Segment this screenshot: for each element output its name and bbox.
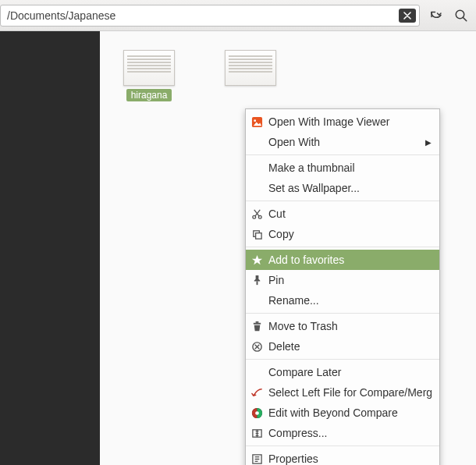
menu-label: Properties (268, 453, 432, 465)
menu-set-wallpaper[interactable]: Set as Wallpaper... (246, 178, 439, 198)
svg-point-13 (255, 411, 259, 415)
menu-cut[interactable]: Cut (246, 204, 439, 224)
file-thumbnail (123, 50, 175, 86)
file-label: hiragana (126, 89, 172, 101)
svg-rect-9 (253, 322, 260, 324)
select-left-icon (250, 386, 263, 399)
menu-label: Delete (268, 340, 432, 353)
menu-separator (246, 359, 439, 360)
trash-icon (250, 320, 263, 332)
menu-separator (246, 445, 439, 446)
file-item[interactable] (217, 50, 284, 100)
menu-open-with[interactable]: Open With ▶ (246, 132, 439, 152)
svg-rect-10 (255, 321, 258, 322)
menu-label: Move to Trash (268, 320, 432, 332)
menu-add-favorites[interactable]: Add to favorites (246, 250, 439, 270)
file-label (246, 96, 255, 98)
menu-make-thumbnail[interactable]: Make a thumbnail (246, 158, 439, 178)
svg-line-1 (463, 17, 467, 21)
menu-copy[interactable]: Copy (246, 224, 439, 244)
context-menu: Open With Image Viewer Open With ▶ Make … (245, 108, 440, 465)
main-pane: hiragana Open With Image Viewer Open Wit… (0, 31, 476, 465)
menu-select-left[interactable]: Select Left File for Compare/Merge (246, 382, 439, 403)
menu-label: Add to favorites (268, 254, 432, 266)
file-item[interactable]: hiragana (115, 50, 183, 104)
file-thumbnail (225, 50, 276, 86)
menu-label: Copy (268, 228, 432, 240)
compress-icon (250, 427, 263, 439)
delete-icon (250, 340, 263, 353)
menu-label: Cut (268, 208, 432, 220)
menu-label: Select Left File for Compare/Merge (268, 386, 432, 399)
copy-icon (250, 228, 263, 240)
toolbar: /Documents/Japanese (0, 0, 476, 31)
menu-edit-beyond-compare[interactable]: Edit with Beyond Compare (246, 403, 439, 423)
menu-open-image-viewer[interactable]: Open With Image Viewer (246, 112, 439, 132)
menu-label: Make a thumbnail (268, 162, 432, 174)
search-icon[interactable] (453, 7, 470, 24)
menu-compare-later[interactable]: Compare Later (246, 362, 439, 382)
menu-label: Open With (268, 136, 420, 148)
properties-icon (250, 453, 263, 465)
menu-pin[interactable]: Pin (246, 270, 439, 290)
menu-separator (246, 247, 439, 247)
menu-properties[interactable]: Properties (246, 449, 439, 465)
go-up-icon[interactable] (428, 7, 445, 24)
cut-icon (250, 208, 263, 220)
image-viewer-icon (250, 115, 263, 128)
menu-label: Edit with Beyond Compare (268, 406, 432, 419)
clear-icon[interactable] (399, 9, 416, 23)
menu-label: Rename... (268, 294, 432, 307)
menu-move-trash[interactable]: Move to Trash (246, 316, 439, 336)
menu-label: Pin (268, 274, 432, 286)
menu-rename[interactable]: Rename... (246, 290, 439, 311)
beyond-compare-icon (250, 406, 263, 419)
menu-separator (246, 201, 439, 201)
sidebar (0, 31, 100, 465)
location-input[interactable]: /Documents/Japanese (0, 5, 420, 27)
pin-icon (250, 274, 263, 286)
location-text: /Documents/Japanese (7, 9, 399, 22)
menu-label: Set as Wallpaper... (268, 182, 432, 194)
svg-point-3 (254, 119, 256, 122)
menu-separator (246, 154, 439, 155)
submenu-arrow-icon: ▶ (425, 138, 432, 147)
file-view[interactable]: hiragana Open With Image Viewer Open Wit… (100, 31, 476, 465)
menu-label: Compress... (268, 427, 432, 439)
svg-rect-8 (256, 281, 258, 285)
menu-label: Open With Image Viewer (268, 115, 432, 128)
menu-compress[interactable]: Compress... (246, 423, 439, 443)
menu-delete[interactable]: Delete (246, 336, 439, 357)
menu-separator (246, 313, 439, 314)
star-icon (250, 254, 263, 266)
svg-rect-7 (255, 232, 261, 239)
menu-label: Compare Later (268, 366, 432, 378)
